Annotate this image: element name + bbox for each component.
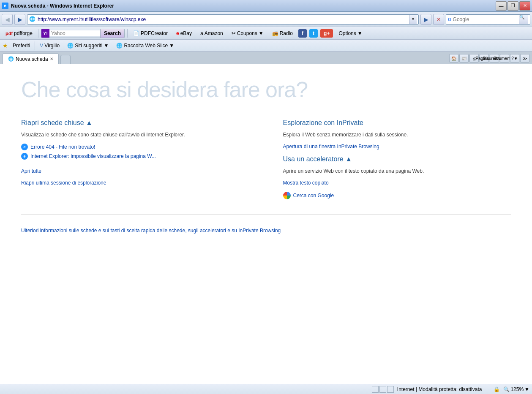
ssl-icon: 🔒 (494, 386, 500, 392)
main-content: Che cosa si desidera fare ora? Riapri sc… (0, 64, 532, 246)
zoom-dropdown-icon: ▼ (524, 386, 529, 392)
pdfforge-label: pdfforge (14, 30, 33, 36)
virgilio-item[interactable]: V Virgilio (37, 41, 63, 50)
yahoo-search-button[interactable]: Search (100, 29, 124, 38)
restore-button[interactable]: ❐ (507, 1, 518, 11)
gplus-icon: g+ (324, 30, 330, 36)
coupons-dropdown-icon: ▼ (259, 30, 264, 36)
footer-link[interactable]: Ulteriori informazioni sulle schede e su… (21, 228, 281, 234)
minimize-button[interactable]: — (496, 1, 507, 11)
collection-dropdown-icon: ▼ (169, 43, 174, 49)
coupons-item[interactable]: ✂ Coupons ▼ (229, 29, 267, 38)
google-search-link[interactable]: Cerca con Google (293, 193, 334, 198)
address-input[interactable] (38, 16, 409, 22)
options-dropdown-icon: ▼ (357, 30, 363, 36)
collection-item[interactable]: 🌐 Raccolta Web Slice ▼ (113, 41, 177, 50)
suggested-label: Siti suggeriti (75, 43, 102, 49)
active-tab[interactable]: 🌐 Nuova scheda ✕ (3, 53, 59, 64)
content-grid: Riapri schede chiuse ▲ Visualizza le sch… (21, 119, 511, 202)
content-separator (21, 215, 511, 215)
ie-icon-1: e (21, 144, 28, 150)
radio-label: Radio (280, 30, 293, 36)
error-link[interactable]: Errore 404 - File non trovato! (30, 144, 95, 150)
inprivate-link[interactable]: Apertura di una finestra InPrivate Brows… (283, 144, 379, 149)
accelerator-desc: Aprire un servizio Web con il testo copi… (283, 167, 511, 175)
tab-controls: 🏠 📰 🖨 Pagina ▼ Sicurezza ▼ Strumenti ▼ ?… (449, 54, 529, 64)
ie-error-link[interactable]: Internet Explorer: impossibile visualizz… (30, 153, 156, 159)
toolbar-bar: pdf pdfforge Y! Search 📄 PDFCreator e eB… (0, 27, 532, 40)
help-dropdown: ▼ (514, 56, 518, 61)
status-indicator-2 (379, 386, 386, 393)
suggested-dropdown-icon: ▼ (104, 43, 109, 49)
zoom-icon: 🔍 (503, 386, 510, 392)
toolbar-sep-2 (127, 29, 128, 38)
yahoo-logo: Y! (41, 29, 49, 38)
facebook-item[interactable]: f (298, 29, 307, 38)
zoom-control[interactable]: 🔍 125% ▼ (503, 386, 529, 392)
show-copied-link[interactable]: Mostra testo copiato (283, 180, 329, 186)
address-icon: 🌐 (29, 16, 36, 23)
new-tab-button[interactable] (60, 55, 71, 64)
radio-icon: 📻 (272, 30, 278, 36)
radio-item[interactable]: 📻 Radio (269, 29, 296, 38)
title-bar: e Nuova scheda - Windows Internet Explor… (0, 0, 532, 12)
window-title: Nuova scheda - Windows Internet Explorer (11, 3, 114, 9)
status-right: Internet | Modalità protetta: disattivat… (372, 386, 529, 393)
collection-icon: 🌐 (116, 43, 123, 49)
inprivate-desc: Esplora il Web senza memorizzare i dati … (283, 131, 511, 139)
amazon-icon: a (200, 30, 203, 36)
browser-window: e Nuova scheda - Windows Internet Explor… (0, 0, 532, 394)
open-all-link[interactable]: Apri tutte (21, 168, 41, 174)
search-input[interactable] (453, 16, 519, 22)
virgilio-icon: V (40, 43, 43, 49)
tab-label: Nuova scheda (16, 56, 48, 62)
ie-title-icon: e (2, 3, 8, 9)
tools-label: Strumenti (494, 56, 512, 61)
rss-button[interactable]: 📰 (459, 54, 469, 62)
more-button[interactable]: ≫ (520, 54, 529, 62)
home-button[interactable]: 🏠 (449, 54, 458, 62)
ie-link-item: e Internet Explorer: impossibile visuali… (21, 153, 249, 160)
ssl-icon-area: 🔒 (494, 386, 500, 392)
tab-close-icon[interactable]: ✕ (50, 57, 53, 61)
status-zone: Internet | Modalità protetta: disattivat… (397, 386, 482, 392)
error-link-item: e Errore 404 - File non trovato! (21, 144, 249, 150)
pdfcreator-item[interactable]: 📄 PDFCreator (130, 29, 171, 38)
amazon-item[interactable]: a Amazon (197, 29, 226, 38)
suggested-sites-item[interactable]: 🌐 Siti suggeriti ▼ (64, 41, 112, 50)
search-button[interactable]: 🔍 (519, 15, 528, 24)
help-button[interactable]: ? ▼ (510, 54, 519, 62)
yahoo-search: Y! Search (41, 29, 125, 38)
favorites-label: Preferiti (13, 43, 30, 49)
yahoo-input[interactable] (49, 30, 100, 36)
go-button[interactable]: ▶ (420, 14, 431, 25)
options-item[interactable]: Options ▼ (336, 29, 365, 38)
options-label: Options (338, 30, 356, 36)
ebay-item[interactable]: e eBay (173, 29, 195, 38)
close-button[interactable]: ✕ (519, 1, 530, 11)
status-indicator-1 (372, 386, 379, 393)
forward-button[interactable]: ▶ (14, 14, 25, 25)
gplus-item[interactable]: g+ (320, 29, 333, 38)
fav-sep-1 (35, 41, 35, 50)
ebay-icon: e (176, 30, 179, 36)
address-dropdown[interactable]: ▼ (409, 15, 417, 24)
twitter-item[interactable]: t (309, 29, 318, 38)
reopen-title: Riapri schede chiuse ▲ (21, 119, 249, 127)
pdfforge-item[interactable]: pdf pdfforge (3, 29, 35, 38)
reopen-session-link[interactable]: Riapri ultima sessione di esplorazione (21, 180, 106, 186)
suggested-icon: 🌐 (67, 43, 74, 49)
inprivate-title: Esplorazione con InPrivate (283, 119, 511, 127)
toolbar-sep-1 (38, 29, 38, 38)
tab-bar: 🌐 Nuova scheda ✕ 🏠 📰 🖨 Pagina ▼ Sicurezz… (0, 52, 532, 64)
favorites-item[interactable]: Preferiti (10, 41, 33, 50)
content-area: Che cosa si desidera fare ora? Riapri sc… (0, 64, 532, 384)
status-indicator-3 (387, 386, 394, 393)
back-button[interactable]: ◀ (2, 14, 13, 25)
tools-button[interactable]: Strumenti ▼ (500, 54, 509, 62)
stop-button[interactable]: ✕ (433, 14, 444, 25)
google-link-item: Cerca con Google (283, 192, 511, 199)
search-bar: G 🔍 (446, 14, 530, 24)
facebook-icon: f (302, 30, 303, 36)
collection-label: Raccolta Web Slice (124, 43, 168, 49)
